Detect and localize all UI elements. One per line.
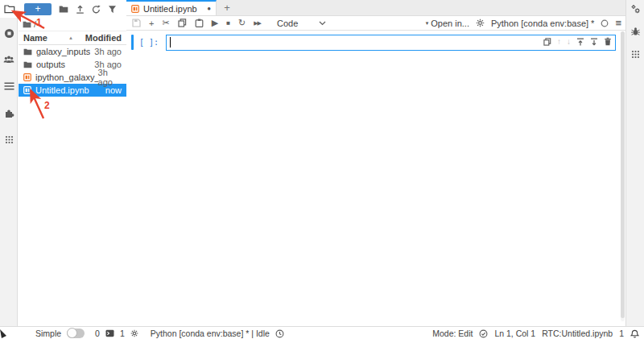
- tab-bar: Untitled.ipynb ● +: [126, 0, 625, 16]
- file-name: galaxy_inputs: [36, 47, 90, 56]
- kernel-status-text[interactable]: Python [conda env:base] * | Idle: [151, 329, 270, 338]
- file-list-header: Name ▲ Modified: [19, 31, 126, 45]
- file-modified: 3h ago: [94, 47, 122, 56]
- file-name: Untitled.ipynb: [35, 85, 89, 95]
- insert-cell-below-button[interactable]: [590, 38, 598, 46]
- kernel-name[interactable]: Python [conda env:base] *: [491, 19, 594, 28]
- sort-asc-icon[interactable]: ▲: [68, 35, 73, 40]
- home-folder-icon[interactable]: [23, 21, 31, 28]
- cursor-position[interactable]: Ln 1, Col 1: [494, 329, 535, 338]
- kernel-idle-circle-icon: [601, 19, 609, 27]
- status-bar-right: Mode: Edit Ln 1, Col 1 RTC:Untitled.ipyn…: [432, 329, 644, 338]
- file-name: outputs: [36, 60, 65, 69]
- rtc-session-label[interactable]: RTC:Untitled.ipynb: [542, 329, 613, 338]
- simple-mode-toggle[interactable]: [67, 329, 85, 338]
- extension-puzzle-icon[interactable]: [3, 107, 14, 118]
- chevron-down-icon: [319, 21, 326, 26]
- simple-mode-label: Simple: [35, 329, 61, 338]
- run-button[interactable]: ▶: [212, 19, 218, 27]
- upload-icon[interactable]: [76, 5, 85, 14]
- toggle-knob: [67, 328, 77, 338]
- restart-icon: ↻: [238, 19, 246, 27]
- right-sidebar-strip: [625, 0, 644, 326]
- hamburger-menu-icon[interactable]: ≡: [615, 17, 621, 29]
- vertical-scrollbar[interactable]: [621, 31, 625, 321]
- copy-cells-button[interactable]: [178, 19, 187, 27]
- open-in-dropdown[interactable]: ▾ Open in...: [426, 19, 469, 28]
- play-icon: ▶: [212, 19, 218, 27]
- collaboration-users-icon[interactable]: [3, 54, 14, 65]
- new-folder-icon[interactable]: [59, 5, 68, 14]
- file-modified: now: [105, 85, 122, 95]
- notifications-count[interactable]: 1: [619, 329, 624, 338]
- open-in-label: Open in...: [431, 19, 469, 28]
- debugger-bug-icon[interactable]: [630, 27, 641, 37]
- caret-down-icon: ▾: [426, 20, 429, 27]
- filter-funnel-icon[interactable]: [108, 5, 117, 14]
- terminal-icon: [105, 329, 114, 337]
- tab-title: Untitled.ipynb: [143, 4, 197, 14]
- jupyterlab-window: + / Name ▲ Modified: [0, 0, 644, 339]
- run-all-button[interactable]: ▶▶: [254, 20, 261, 26]
- code-cell[interactable]: [ ]: ↑ ↓: [131, 35, 616, 51]
- new-tab-button[interactable]: +: [217, 0, 237, 15]
- save-button[interactable]: [132, 19, 141, 27]
- insert-cell-button[interactable]: +: [149, 19, 154, 28]
- cell-editor[interactable]: ↑ ↓: [166, 35, 616, 51]
- main-dock-panel: Untitled.ipynb ● + + ✂ ▶ ■ ↻ ▶▶ Code: [126, 0, 625, 326]
- restart-kernel-button[interactable]: ↻: [238, 19, 246, 27]
- kernel-sessions-gear-icon: [130, 329, 138, 337]
- folder-icon: [4, 4, 15, 14]
- dataset-grid-icon[interactable]: [3, 134, 14, 145]
- kernels-count[interactable]: 1: [120, 329, 125, 338]
- cut-cells-button[interactable]: ✂: [162, 19, 169, 27]
- property-inspector-gears-icon[interactable]: [630, 4, 641, 14]
- bell-icon[interactable]: [630, 329, 639, 338]
- breadcrumb[interactable]: /: [19, 18, 126, 31]
- new-launcher-button[interactable]: +: [24, 3, 52, 15]
- tab-untitled-notebook[interactable]: Untitled.ipynb ●: [126, 0, 217, 15]
- toolbar-right: ▾ Open in... Python [conda env:base] * ≡: [426, 17, 621, 29]
- scrollbar-thumb[interactable]: [621, 31, 625, 318]
- file-modified: 3h ago: [98, 68, 122, 87]
- status-bar-left: Simple 0 1 Python [conda env:base] * | I…: [0, 329, 284, 338]
- cell-type-dropdown[interactable]: Code: [277, 19, 326, 28]
- cell-prompt: [ ]:: [134, 35, 166, 50]
- gear-icon[interactable]: [476, 19, 485, 27]
- move-cell-down-button[interactable]: ↓: [567, 38, 571, 46]
- unsaved-changes-dot[interactable]: ●: [207, 5, 211, 12]
- duplicate-cell-button[interactable]: [543, 38, 551, 46]
- cell-type-value: Code: [277, 19, 298, 28]
- stop-icon: ■: [226, 20, 230, 27]
- sidebar-tab-file-browser[interactable]: [0, 0, 19, 18]
- file-row[interactable]: ipython_galaxy_... 3h ago: [19, 71, 126, 84]
- notebook-icon: [23, 86, 31, 94]
- table-of-contents-icon[interactable]: [3, 81, 14, 92]
- file-browser-panel: + / Name ▲ Modified: [19, 0, 126, 326]
- refresh-icon[interactable]: [92, 5, 101, 14]
- arrow-down-icon: ↓: [567, 38, 571, 46]
- fast-forward-icon: ▶▶: [254, 20, 261, 26]
- file-row-selected[interactable]: Untitled.ipynb now: [19, 84, 126, 97]
- move-cell-up-button[interactable]: ↑: [557, 38, 561, 46]
- delete-cell-button[interactable]: [604, 37, 612, 46]
- left-sidebar-strip: [0, 0, 18, 326]
- running-sessions-icon[interactable]: [3, 27, 14, 39]
- scissors-icon: ✂: [162, 19, 169, 27]
- notebook-icon: [131, 5, 139, 13]
- dataset-grid-icon[interactable]: [630, 49, 641, 60]
- terminals-count[interactable]: 0: [95, 329, 100, 338]
- interrupt-kernel-button[interactable]: ■: [226, 20, 230, 27]
- file-row[interactable]: galaxy_inputs 3h ago: [19, 45, 126, 58]
- file-browser-toolbar: +: [19, 0, 126, 18]
- cell-toolbar: ↑ ↓: [543, 37, 612, 46]
- folder-icon: [23, 61, 32, 68]
- notebook-toolbar: + ✂ ▶ ■ ↻ ▶▶ Code ▾ Open in...: [126, 16, 625, 31]
- mode-indicator[interactable]: Mode: Edit: [432, 329, 473, 338]
- check-circle-icon: [479, 329, 488, 338]
- column-modified[interactable]: Modified: [85, 33, 122, 43]
- insert-cell-above-button[interactable]: [576, 38, 584, 46]
- column-name[interactable]: Name: [23, 33, 47, 43]
- clock-icon: [275, 329, 284, 338]
- paste-cells-button[interactable]: [195, 19, 204, 27]
